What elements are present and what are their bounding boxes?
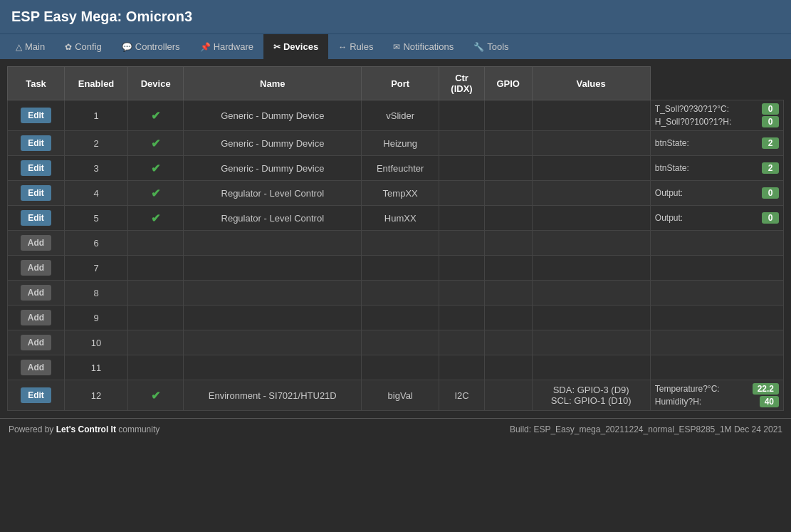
device-name: [184, 281, 362, 306]
nav-label-tools: Tools: [487, 41, 508, 52]
nav-icon-config: ✿: [65, 42, 72, 52]
values-cell: [650, 355, 783, 380]
row-btn-cell: Edit: [8, 181, 65, 206]
nav-item-config[interactable]: ✿Config: [55, 34, 112, 59]
edit-button-row-5[interactable]: Edit: [21, 210, 51, 226]
value-label: btnState:: [655, 138, 689, 148]
value-label: Output:: [655, 188, 683, 198]
row-btn-cell: Edit: [8, 380, 65, 411]
gpio-cell: [532, 256, 650, 281]
device-name: [184, 306, 362, 330]
enabled-checkmark: ✔: [151, 390, 160, 402]
device-name: Generic - Dummy Device: [184, 131, 362, 156]
value-badge: 40: [760, 396, 779, 407]
col-header-values: Values: [532, 67, 650, 100]
device-name: [184, 330, 362, 355]
col-header-name: Name: [184, 67, 362, 100]
enabled-checkmark: ✔: [151, 110, 160, 122]
value-label: H_Soll?0?100?1?H:: [655, 117, 731, 127]
nav-label-hardware: Hardware: [214, 41, 253, 52]
nav-item-main[interactable]: △Main: [6, 34, 55, 59]
nav-item-notifications[interactable]: ✉Notifications: [383, 34, 463, 59]
row-btn-cell: Add: [8, 306, 65, 330]
footer-brand: Let's Control It: [56, 424, 116, 434]
main-content: TaskEnabledDeviceNamePortCtr(IDX)GPIOVal…: [0, 59, 791, 418]
page-title: ESP Easy Mega: Omicron3: [11, 9, 192, 24]
value-row: Humidity?H:40: [655, 396, 779, 407]
add-button-row-8[interactable]: Add: [21, 285, 51, 301]
values-cell: btnState:2: [650, 131, 783, 156]
value-row: Output:0: [655, 212, 779, 224]
task-number: 11: [65, 355, 128, 380]
table-row: Edit5✔Regulator - Level ControlHumXXOutp…: [8, 206, 784, 231]
enabled-cell: ✔: [128, 100, 184, 131]
edit-button-row-2[interactable]: Edit: [21, 135, 51, 151]
enabled-cell: ✔: [128, 181, 184, 206]
add-button-row-11[interactable]: Add: [21, 360, 51, 375]
port-cell: [439, 156, 485, 181]
add-button-row-10[interactable]: Add: [21, 335, 51, 350]
port-cell: [439, 100, 485, 131]
values-cell: [650, 256, 783, 281]
value-badge: 0: [762, 187, 779, 199]
nav-icon-main: △: [16, 42, 22, 52]
port-cell: [439, 131, 485, 156]
device-name: Regulator - Level Control: [184, 206, 362, 231]
enabled-cell: ✔: [128, 206, 184, 231]
add-button-row-7[interactable]: Add: [21, 260, 51, 276]
task-number: 12: [65, 380, 128, 411]
ctr-cell: [484, 380, 532, 411]
value-badge: 2: [762, 162, 779, 174]
devices-table: TaskEnabledDeviceNamePortCtr(IDX)GPIOVal…: [7, 66, 784, 411]
add-button-row-9[interactable]: Add: [21, 310, 51, 325]
task-name: TempXX: [362, 181, 439, 206]
value-badge: 22.2: [753, 383, 779, 395]
enabled-cell: ✔: [128, 380, 184, 411]
task-name: [362, 231, 439, 256]
edit-button-row-4[interactable]: Edit: [21, 185, 51, 201]
enabled-cell: [128, 306, 184, 330]
table-row: Edit12✔Environment - SI7021/HTU21DbigVal…: [8, 380, 784, 411]
task-name: [362, 330, 439, 355]
add-button-row-6[interactable]: Add: [21, 235, 51, 251]
footer-left: Powered by Let's Control It community: [9, 424, 159, 434]
nav-label-rules: Rules: [350, 41, 373, 52]
gpio-cell: [532, 206, 650, 231]
enabled-checkmark: ✔: [151, 137, 160, 150]
value-row: Output:0: [655, 187, 779, 199]
table-row: Edit4✔Regulator - Level ControlTempXXOut…: [8, 181, 784, 206]
ctr-cell: [484, 131, 532, 156]
task-number: 6: [65, 231, 128, 256]
nav-item-tools[interactable]: 🔧Tools: [463, 34, 518, 59]
task-name: Entfeuchter: [362, 156, 439, 181]
edit-button-row-12[interactable]: Edit: [21, 387, 51, 403]
task-name: [362, 306, 439, 330]
value-row: btnState:2: [655, 137, 779, 149]
nav-item-hardware[interactable]: 📌Hardware: [190, 34, 263, 59]
device-name: Generic - Dummy Device: [184, 100, 362, 131]
gpio-cell: [532, 355, 650, 380]
value-label: T_Soll?0?30?1?°C:: [655, 104, 729, 114]
task-name: bigVal: [362, 380, 439, 411]
ctr-cell: [484, 100, 532, 131]
edit-button-row-1[interactable]: Edit: [21, 108, 51, 123]
ctr-cell: [484, 181, 532, 206]
nav-item-controllers[interactable]: 💬Controllers: [112, 34, 190, 59]
nav-label-notifications: Notifications: [403, 41, 454, 52]
task-number: 4: [65, 181, 128, 206]
nav-item-rules[interactable]: ↔Rules: [328, 34, 383, 59]
edit-button-row-3[interactable]: Edit: [21, 160, 51, 176]
col-header-task: Task: [8, 67, 65, 100]
col-header-enabled: Enabled: [65, 67, 128, 100]
port-cell: [439, 231, 485, 256]
port-cell: I2C: [439, 380, 485, 411]
task-name: [362, 355, 439, 380]
table-row: Edit2✔Generic - Dummy DeviceHeizungbtnSt…: [8, 131, 784, 156]
task-number: 10: [65, 330, 128, 355]
task-number: 9: [65, 306, 128, 330]
page-footer: Powered by Let's Control It community Bu…: [0, 418, 791, 440]
task-name: HumXX: [362, 206, 439, 231]
nav-item-devices[interactable]: ✂Devices: [263, 34, 328, 59]
value-label: Humidity?H:: [655, 397, 701, 407]
gpio-cell: [532, 131, 650, 156]
